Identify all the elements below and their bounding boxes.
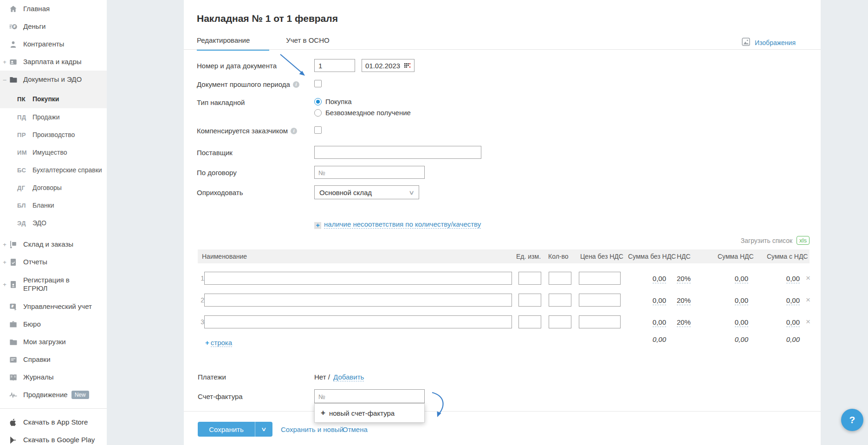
management-ruble-icon: ₽	[8, 302, 18, 311]
remove-row-icon[interactable]: ×	[803, 317, 814, 327]
payments-add-link[interactable]: Добавить	[333, 373, 364, 381]
sidebar-item-upravlencheskiy-uchet[interactable]: ₽ Управленческий учет	[0, 298, 107, 315]
money-icon: ₽	[8, 22, 18, 31]
mismatch-link[interactable]: +наличие несоответствия по количеству/ка…	[314, 220, 481, 229]
calendar-icon	[404, 62, 411, 70]
sidebar-item-dogovory[interactable]: ДГ Договоры	[0, 179, 107, 196]
contract-number-input[interactable]	[314, 166, 425, 179]
sidebar-item-dengi[interactable]: ₽ Деньги	[0, 18, 107, 35]
type-option-gratuitous[interactable]: Безвозмездное получение	[314, 109, 411, 117]
expand-plus-icon[interactable]: +	[2, 259, 7, 266]
sum-vat-value[interactable]: 0,00	[735, 318, 748, 327]
sum-vat-value[interactable]: 0,00	[735, 296, 748, 305]
images-link[interactable]: Изображения	[741, 37, 796, 48]
save-and-new-link[interactable]: Сохранить и новый	[281, 425, 343, 433]
type-option-purchase[interactable]: Покупка	[314, 98, 352, 105]
sum-no-vat-value[interactable]: 0,00	[653, 296, 666, 305]
xls-badge[interactable]: xls	[797, 236, 810, 245]
item-unit-input[interactable]	[518, 294, 541, 307]
info-icon[interactable]: i	[293, 81, 299, 88]
sum-with-vat-value[interactable]: 0,00	[786, 296, 800, 305]
sidebar-item-proizvodstvo[interactable]: ПР Производство	[0, 126, 107, 144]
sum-vat-value[interactable]: 0,00	[735, 275, 748, 283]
item-name-input[interactable]	[204, 272, 512, 285]
vat-rate-value[interactable]: 20%	[677, 318, 691, 327]
sum-with-vat-value[interactable]: 0,00	[786, 275, 800, 283]
item-price-input[interactable]	[579, 294, 621, 307]
invoice-type-label: Тип накладной	[197, 98, 245, 106]
item-qty-input[interactable]	[549, 315, 571, 328]
sidebar-item-otchety[interactable]: + Отчеты	[0, 253, 107, 271]
sidebar-item-prodazhi[interactable]: ПД Продажи	[0, 108, 107, 126]
radio-icon[interactable]	[314, 109, 322, 117]
item-unit-input[interactable]	[518, 272, 541, 285]
total-sum-vat: 0,00	[702, 335, 748, 343]
briefcase-icon	[8, 320, 18, 329]
item-qty-input[interactable]	[549, 272, 571, 285]
sidebar-item-app-store[interactable]: Скачать в App Store	[0, 413, 107, 431]
radio-selected-icon[interactable]	[314, 98, 322, 105]
new-badge: New	[71, 391, 89, 399]
sidebar-item-registraciya-egrul[interactable]: + Регистрация в ЕГРЮЛ	[0, 271, 107, 298]
report-icon	[8, 257, 18, 267]
past-period-checkbox[interactable]	[314, 80, 322, 87]
sidebar-item-edo[interactable]: ЭД ЭДО	[0, 214, 107, 232]
sidebar-item-buh-spravki[interactable]: БС Бухгалтерские справки	[0, 161, 107, 179]
add-row-link[interactable]: +строка	[205, 339, 232, 347]
google-play-icon	[8, 435, 18, 445]
stock-select[interactable]: Основной склад ∨	[314, 185, 419, 199]
document-number-input[interactable]	[314, 59, 355, 72]
sum-no-vat-value[interactable]: 0,00	[653, 275, 666, 283]
expand-plus-icon[interactable]: +	[2, 281, 7, 288]
collapse-minus-icon[interactable]: –	[2, 76, 7, 83]
tab-uchet-v-osno[interactable]: Учет в ОСНО	[286, 36, 329, 51]
sidebar-item-moi-zagruzki[interactable]: Мои загрузки	[0, 333, 107, 351]
cancel-link[interactable]: Отмена	[343, 425, 368, 433]
vat-rate-value[interactable]: 20%	[677, 275, 691, 283]
document-date-input[interactable]: 01.02.2023	[362, 59, 415, 72]
sum-with-vat-value[interactable]: 0,00	[786, 318, 800, 327]
sidebar-item-prodvizhenie[interactable]: Продвижение New	[0, 386, 107, 404]
table-row: 2 0,00 20% 0,00 0,00 ×	[198, 289, 810, 311]
new-invoice-dropdown-item[interactable]: + новый счет-фактура	[314, 403, 425, 423]
sidebar-item-blanki[interactable]: БЛ Бланки	[0, 196, 107, 214]
sidebar-item-google-play[interactable]: Скачать в Google Play	[0, 431, 107, 445]
expand-plus-icon[interactable]: +	[2, 59, 7, 65]
sidebar-item-kontragenty[interactable]: Контрагенты	[0, 35, 107, 53]
sidebar-item-imushchestvo[interactable]: ИМ Имущество	[0, 144, 107, 161]
help-button[interactable]: ?	[841, 409, 863, 431]
sidebar-item-dokumenty-edo[interactable]: – Документы и ЭДО	[0, 71, 107, 88]
remove-row-icon[interactable]: ×	[803, 295, 814, 305]
footer-divider	[184, 411, 821, 412]
handtruck-icon	[8, 240, 18, 249]
sidebar-item-sklad[interactable]: + Склад и заказы	[0, 236, 107, 253]
item-name-input[interactable]	[204, 294, 512, 307]
sidebar-item-zarplata[interactable]: + Зарплата и кадры	[0, 53, 107, 71]
remove-row-icon[interactable]: ×	[803, 274, 814, 283]
sidebar-item-byuro[interactable]: Бюро	[0, 315, 107, 333]
item-qty-input[interactable]	[549, 294, 571, 307]
item-price-input[interactable]	[579, 315, 621, 328]
sum-no-vat-value[interactable]: 0,00	[653, 318, 666, 327]
sidebar-item-pokupki[interactable]: ПК Покупки	[0, 88, 107, 108]
tab-redaktirovanie[interactable]: Редактирование	[197, 36, 269, 51]
item-price-input[interactable]	[579, 272, 621, 285]
vat-rate-value[interactable]: 20%	[677, 296, 691, 305]
invoice-number-input[interactable]	[314, 389, 425, 403]
contract-label: По договору	[197, 169, 237, 177]
compensated-checkbox[interactable]	[314, 126, 322, 134]
sidebar-item-spravki[interactable]: Справки	[0, 351, 107, 368]
book-icon	[8, 373, 18, 382]
svg-text:₽: ₽	[11, 304, 14, 308]
item-name-input[interactable]	[204, 315, 512, 328]
info-icon[interactable]: i	[291, 128, 297, 134]
save-button[interactable]: Сохранить ∨	[198, 422, 272, 437]
sidebar-item-glavnaya[interactable]: Главная	[0, 0, 107, 18]
save-dropdown-toggle[interactable]: ∨	[255, 422, 272, 437]
expand-plus-icon[interactable]: +	[2, 241, 7, 248]
supplier-input[interactable]	[314, 146, 481, 159]
sidebar-item-zhurnaly[interactable]: Журналы	[0, 368, 107, 386]
item-unit-input[interactable]	[518, 315, 541, 328]
sidebar-divider	[0, 408, 107, 409]
items-table: Наименование Ед. изм. Кол-во Цена без НД…	[198, 249, 810, 354]
